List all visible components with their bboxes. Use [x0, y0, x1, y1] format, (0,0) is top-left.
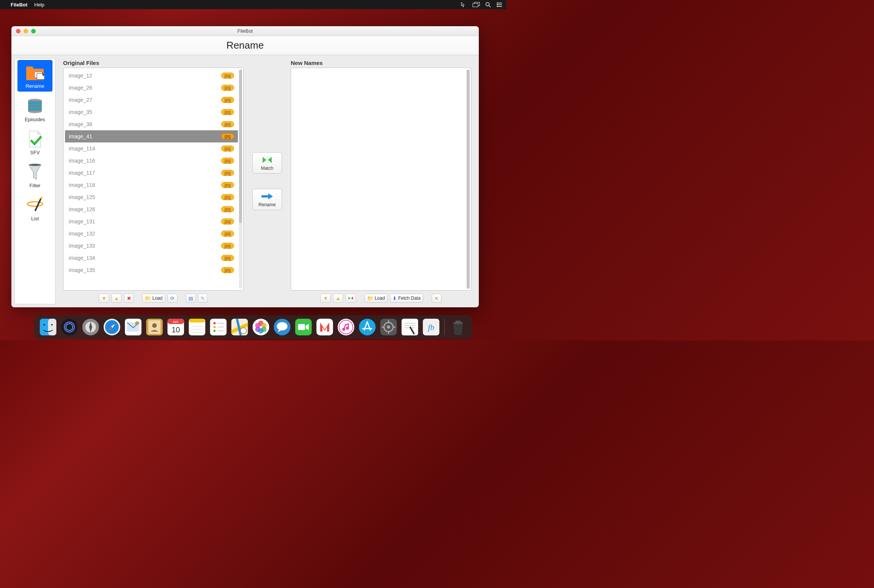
svg-text:fb: fb [428, 322, 434, 332]
file-row[interactable]: image_126jpg [65, 203, 238, 215]
scrollbar[interactable] [467, 70, 470, 289]
dock-photos[interactable] [252, 318, 270, 336]
svg-point-68 [338, 319, 355, 335]
file-row[interactable]: image_12jpg [65, 70, 238, 82]
remove-button[interactable]: ✖ [124, 294, 134, 303]
file-row[interactable]: image_35jpg [65, 106, 238, 118]
file-ext-badge: jpg [221, 182, 234, 188]
window-minimize-button[interactable] [24, 29, 28, 33]
dock-notes[interactable] [188, 318, 206, 336]
dock-finder[interactable] [40, 318, 57, 336]
svg-point-75 [387, 326, 390, 329]
dock-appstore[interactable] [359, 318, 376, 336]
dock-siri[interactable] [61, 318, 78, 336]
svg-rect-17 [28, 108, 42, 110]
dock-filebot[interactable]: fb [423, 318, 440, 336]
script-button[interactable]: ✎ [198, 294, 208, 303]
screen-mirror-icon[interactable] [472, 2, 480, 7]
sidebar-item-sfv[interactable]: SFV [17, 127, 52, 158]
scrollbar-thumb[interactable] [239, 70, 242, 223]
refresh-icon: ⟳ [170, 296, 174, 301]
file-row[interactable]: image_125jpg [65, 191, 238, 203]
svg-rect-20 [35, 198, 42, 211]
dock-preferences[interactable] [380, 318, 397, 336]
load-new-button[interactable]: 📁Load [364, 294, 388, 303]
list-icon [18, 196, 52, 214]
folder-icon: 📁 [367, 296, 373, 301]
move-down-button[interactable]: ▼ [320, 294, 331, 303]
move-up-button[interactable]: ▲ [333, 294, 343, 303]
dock-news[interactable] [316, 318, 334, 336]
file-row[interactable]: image_27jpg [65, 94, 238, 106]
dock-facetime[interactable] [295, 318, 312, 336]
sidebar-item-list[interactable]: List [17, 193, 52, 224]
dock-itunes[interactable] [337, 318, 355, 336]
swap-button[interactable] [345, 294, 356, 303]
file-row[interactable]: image_26jpg [65, 82, 238, 94]
scrollbar[interactable] [239, 70, 242, 289]
spotlight-icon[interactable] [485, 2, 491, 8]
dock-launchpad[interactable] [82, 318, 100, 336]
app-menu[interactable]: FileBot [11, 2, 27, 8]
dock-safari[interactable] [103, 318, 121, 336]
match-button[interactable]: Match [252, 152, 282, 174]
dock-mail[interactable] [125, 318, 142, 336]
svg-point-18 [29, 164, 41, 166]
file-row[interactable]: image_117jpg [65, 167, 238, 179]
svg-point-48 [214, 322, 216, 324]
sidebar-item-rename[interactable]: Rename [17, 60, 52, 92]
svg-rect-16 [28, 105, 42, 107]
cursor-icon[interactable] [461, 2, 467, 7]
dock-textedit[interactable] [401, 318, 419, 336]
fetch-data-button[interactable]: ⬇Fetch Data [390, 294, 423, 303]
file-row[interactable]: image_133jpg [65, 240, 238, 252]
file-row[interactable]: image_118jpg [65, 179, 238, 191]
sidebar-item-episodes[interactable]: Episodes [17, 94, 52, 125]
window-close-button[interactable] [16, 29, 21, 33]
file-row[interactable]: image_134jpg [65, 252, 238, 264]
load-original-button[interactable]: 📁Load [142, 294, 165, 303]
file-row[interactable]: image_132jpg [65, 228, 238, 240]
file-name: image_35 [69, 109, 221, 115]
rename-button[interactable]: Rename [252, 189, 282, 210]
dock-reminders[interactable] [210, 318, 227, 336]
svg-point-49 [214, 326, 216, 328]
file-ext-badge: jpg [221, 231, 234, 237]
file-row[interactable]: image_114jpg [65, 142, 238, 155]
window-zoom-button[interactable] [31, 29, 36, 33]
svg-text:10: 10 [171, 326, 180, 334]
file-name: image_134 [69, 255, 221, 261]
file-name: image_118 [69, 182, 221, 188]
file-ext-badge: jpg [221, 218, 234, 224]
refresh-button[interactable]: ⟳ [168, 294, 177, 303]
original-files-list[interactable]: image_12jpgimage_26jpgimage_27jpgimage_3… [63, 68, 244, 291]
file-ext-badge: jpg [221, 73, 234, 79]
file-row[interactable]: image_131jpg [65, 215, 238, 228]
move-up-button[interactable]: ▲ [111, 294, 122, 303]
settings-button[interactable]: ✕ [432, 294, 442, 303]
svg-rect-15 [28, 102, 42, 104]
new-names-list[interactable] [291, 68, 471, 291]
file-row[interactable]: image_116jpg [65, 155, 238, 167]
titlebar[interactable]: FileBot [11, 26, 479, 36]
menu-help[interactable]: Help [34, 2, 44, 8]
notifications-icon[interactable] [496, 2, 502, 7]
file-row[interactable]: image_135jpg [65, 264, 238, 276]
move-down-button[interactable]: ▼ [99, 294, 109, 303]
scrollbar-thumb[interactable] [467, 70, 470, 289]
script-icon: ✎ [201, 296, 205, 301]
rename-label: Rename [254, 202, 280, 207]
dock-trash[interactable] [450, 318, 467, 336]
episodes-icon [18, 97, 52, 115]
file-row[interactable]: image_38jpg [65, 118, 238, 130]
dock-messages[interactable] [274, 318, 291, 336]
file-ext-badge: jpg [221, 267, 234, 273]
svg-point-25 [61, 319, 78, 335]
file-row[interactable]: image_41jpg [65, 130, 238, 142]
dock-maps[interactable] [231, 318, 249, 336]
dock-contacts[interactable] [146, 318, 163, 336]
fetch-label: Fetch Data [398, 296, 421, 301]
history-button[interactable]: ▤ [186, 294, 196, 303]
sidebar-item-filter[interactable]: Filter [17, 160, 52, 191]
dock-calendar[interactable]: MAY10 [167, 318, 185, 336]
